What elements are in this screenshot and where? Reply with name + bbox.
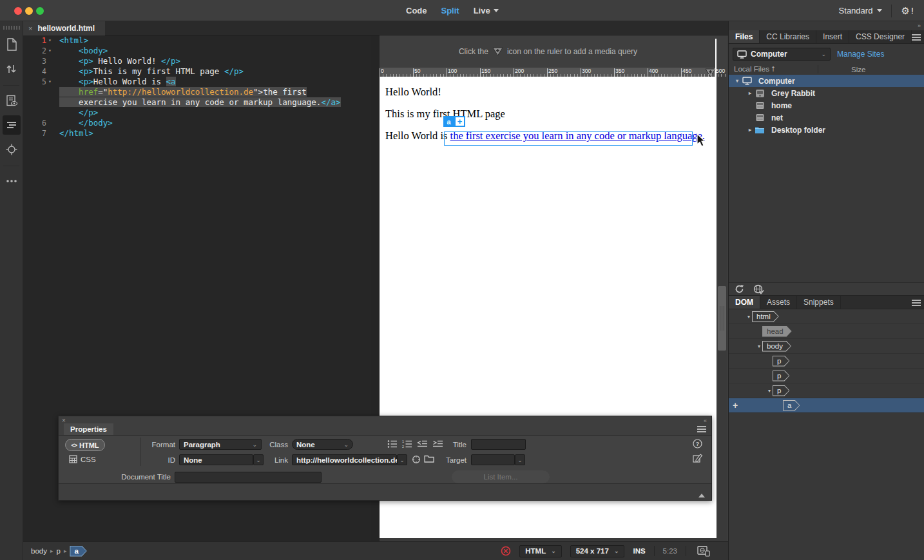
code-line[interactable]: 7</html>	[23, 128, 371, 139]
more-icon[interactable]	[0, 171, 23, 191]
class-dropdown[interactable]: None⌄	[292, 439, 353, 450]
list-item-button[interactable]: List Item...	[452, 470, 550, 483]
disclosure-open-icon[interactable]: ▾	[756, 343, 762, 349]
view-mode-split[interactable]: Split	[441, 6, 459, 15]
id-dropdown[interactable]: None	[179, 454, 253, 465]
code-line[interactable]: 5▾ <p>Hello World is <a	[23, 77, 371, 87]
view-mode-live[interactable]: Live	[474, 6, 499, 15]
document-tab[interactable]: × helloworld.html	[23, 21, 105, 35]
live-source-icon[interactable]	[0, 91, 23, 110]
css-properties-button[interactable]: CSS	[69, 455, 96, 463]
format-icon[interactable]	[3, 115, 21, 135]
tag-selector-body[interactable]: body	[31, 547, 47, 555]
dom-node-p[interactable]: p	[729, 369, 924, 383]
properties-tab[interactable]: Properties	[64, 423, 113, 435]
html-properties-button[interactable]: <>HTML	[65, 439, 105, 451]
doctype-dropdown[interactable]: HTML⌄	[519, 545, 561, 557]
window-zoom-button[interactable]	[36, 7, 44, 15]
file-tree-item-desktop-folder[interactable]: ▸Desktop folder	[729, 124, 924, 136]
local-files-header[interactable]: Local Files ⭡	[734, 65, 775, 73]
code-line[interactable]: 4 <p>This is my first HTML page </p>	[23, 66, 371, 77]
document-title-input[interactable]	[175, 472, 322, 483]
help-icon[interactable]: ?	[693, 439, 702, 449]
validation-error-icon[interactable]	[501, 546, 511, 556]
paragraph-hello-world[interactable]: Hello World!	[385, 85, 717, 99]
dom-node-head[interactable]: head	[729, 324, 924, 339]
disclosure-closed-icon[interactable]: ▸	[747, 90, 753, 96]
refresh-icon[interactable]	[735, 284, 744, 294]
preview-in-browser-icon[interactable]	[697, 546, 710, 557]
panel-menu-icon[interactable]	[912, 33, 921, 42]
paragraph-first-page[interactable]: This is my first HTML page	[385, 107, 717, 121]
horizontal-ruler[interactable]: 050100150200250300350400450500	[380, 68, 717, 77]
viewport-resize-handle[interactable]	[718, 286, 726, 351]
collapse-panel-icon[interactable]: »	[918, 23, 920, 29]
window-minimize-button[interactable]	[25, 7, 33, 15]
tab-dom[interactable]: DOM	[729, 296, 760, 309]
dom-node-html[interactable]: ▾html	[729, 309, 924, 324]
id-dropdown-caret[interactable]: ⌄	[253, 454, 264, 465]
point-to-file-icon[interactable]	[412, 455, 421, 464]
code-line[interactable]: href="http://helloworldcollection.de">th…	[23, 87, 371, 97]
tab-insert[interactable]: Insert	[816, 30, 849, 43]
code-line[interactable]: 3 <p> Hello World! </p>	[23, 56, 371, 66]
site-dropdown[interactable]: Computer ⌄	[733, 48, 831, 61]
file-icon[interactable]	[0, 35, 23, 54]
target-dropdown[interactable]	[471, 454, 515, 465]
fold-arrow-icon[interactable]: ▾	[48, 77, 54, 87]
dom-node-p[interactable]: p	[729, 354, 924, 369]
outdent-icon[interactable]	[417, 439, 428, 449]
ordered-list-icon[interactable]: 12	[402, 439, 412, 449]
column-divider[interactable]	[818, 65, 818, 73]
window-size-dropdown[interactable]: 524 x 717⌄	[570, 545, 625, 557]
window-close-button[interactable]	[14, 7, 22, 15]
sort-icon[interactable]	[0, 59, 23, 79]
workspace-dropdown[interactable]: Standard	[839, 6, 883, 15]
view-mode-code[interactable]: Code	[406, 6, 427, 15]
dom-tag-body[interactable]: body	[762, 341, 791, 352]
paragraph-link-prefix[interactable]: Hello World is	[385, 130, 450, 142]
size-header[interactable]: Size	[851, 66, 865, 73]
tab-snippets[interactable]: Snippets	[797, 296, 841, 309]
tag-selector-a[interactable]: a	[70, 546, 86, 557]
dom-tag-a[interactable]: a	[783, 400, 800, 411]
tab-cc-libraries[interactable]: CC Libraries	[760, 30, 816, 43]
live-hyperlink[interactable]: the first exercise you learn in any code…	[450, 130, 705, 142]
dom-node-p[interactable]: ▾p	[729, 383, 924, 398]
format-dropdown[interactable]: Paragraph⌄	[179, 439, 262, 450]
file-tree-item-grey-rabbit[interactable]: ▸Grey Rabbit	[729, 87, 924, 99]
tab-files[interactable]: Files	[729, 30, 760, 43]
settings-gear-button[interactable]: ⚙!	[901, 5, 915, 17]
tab-close-icon[interactable]: ×	[28, 24, 32, 32]
file-tree-item-computer[interactable]: ▾Computer	[729, 75, 924, 87]
code-line[interactable]: 2▾ <body>	[23, 46, 371, 56]
target-dropdown-caret[interactable]: ⌄	[515, 454, 525, 465]
collapse-panel-icon[interactable]: «	[704, 418, 706, 424]
dom-tag-html[interactable]: html	[752, 311, 779, 322]
title-input[interactable]	[471, 439, 526, 450]
dom-tag-p[interactable]: p	[773, 385, 789, 396]
fold-arrow-icon[interactable]: ▾	[48, 35, 54, 46]
edit-pencil-icon[interactable]	[693, 453, 703, 463]
toolbar-grip-handle[interactable]	[0, 21, 23, 30]
link-input[interactable]: http://helloworldcollection.de	[292, 454, 397, 465]
manage-sites-link[interactable]: Manage Sites	[837, 50, 884, 59]
dom-tag-p[interactable]: p	[773, 356, 789, 367]
live-view-scrollbar[interactable]	[717, 77, 727, 538]
tag-selector-p[interactable]: p	[56, 547, 60, 555]
code-line[interactable]: 6 </body>	[23, 118, 371, 128]
disclosure-closed-icon[interactable]: ▸	[747, 127, 753, 133]
browse-folder-icon[interactable]	[424, 455, 434, 463]
add-element-icon[interactable]: +	[733, 400, 738, 410]
globe-check-icon[interactable]	[753, 284, 764, 294]
panel-menu-icon[interactable]	[912, 298, 921, 307]
code-line[interactable]: 1▾<html>	[23, 35, 371, 46]
dom-node-a[interactable]: +a	[729, 398, 924, 413]
dom-node-body[interactable]: ▾body	[729, 339, 924, 354]
panel-menu-icon[interactable]	[697, 425, 706, 434]
link-dropdown-caret[interactable]: ⌄	[397, 454, 407, 465]
dom-tag-head[interactable]: head	[762, 326, 792, 337]
inspect-icon[interactable]	[0, 140, 23, 159]
disclosure-open-icon[interactable]: ▾	[734, 78, 740, 84]
add-element-button[interactable]: +	[454, 116, 465, 127]
